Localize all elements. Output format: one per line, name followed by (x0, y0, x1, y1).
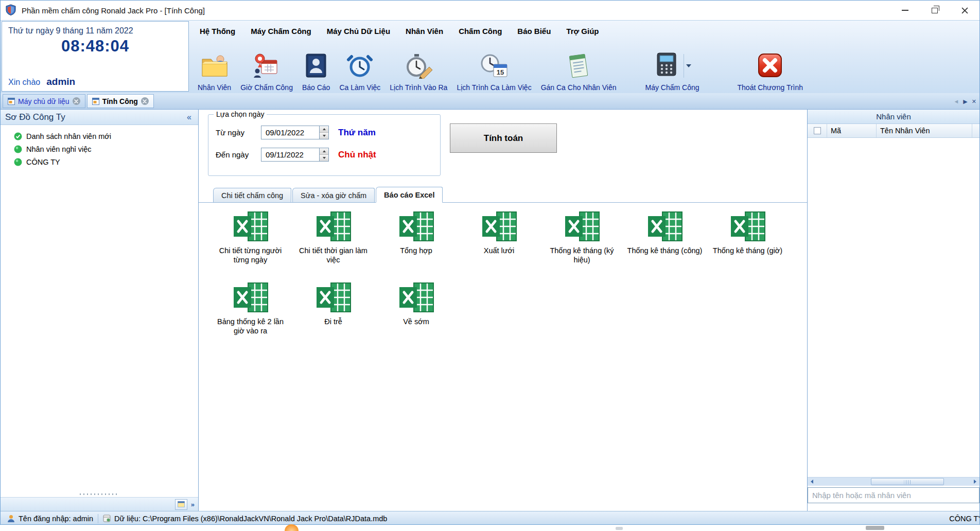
excel-report-item[interactable]: Về sớm (375, 282, 458, 335)
excel-report-item[interactable]: Chi tiết thời gian làm việc (292, 211, 375, 264)
horizontal-scrollbar[interactable] (808, 477, 979, 486)
panel-view-button[interactable] (175, 499, 187, 510)
select-all-column[interactable] (808, 124, 827, 137)
toolbar-item-lich-trinh-vao-ra[interactable]: Lịch Trình Vào Ra (385, 49, 452, 94)
collapse-sidebar-icon[interactable]: « (185, 113, 194, 122)
green-dot-icon (14, 145, 22, 153)
group-title: Lựa chọn ngày (214, 110, 267, 118)
toolbar-label: Báo Cáo (302, 83, 330, 92)
scroll-left-button[interactable] (808, 477, 816, 486)
current-date: Thứ tư ngày 9 tháng 11 năm 2022 (8, 26, 182, 36)
panel-bottom-padding (808, 503, 979, 511)
tree-item-cong-ty[interactable]: CÔNG TY (14, 155, 198, 168)
menu-bao-bieu[interactable]: Báo Biểu (510, 27, 558, 36)
to-date-input[interactable]: 09/11/2022 (261, 148, 329, 162)
menu-may-chu-du-lieu[interactable]: Máy Chủ Dữ Liệu (319, 27, 398, 36)
scrollbar-thumb[interactable] (871, 478, 944, 485)
excel-icon (730, 211, 766, 242)
tab-scroll-right-icon[interactable]: ▶ (963, 98, 967, 105)
column-header-name[interactable]: Tên Nhân Viên (877, 124, 972, 137)
employee-search-input[interactable] (808, 487, 979, 503)
scroll-right-button[interactable] (971, 477, 979, 486)
menu-may-cham-cong[interactable]: Máy Chấm Công (243, 27, 319, 36)
report-icon (304, 50, 328, 82)
menu-nhan-vien[interactable]: Nhân Viên (398, 27, 451, 36)
from-date-label: Từ ngày (216, 128, 261, 137)
restore-button[interactable] (920, 1, 950, 20)
doc-tab-may-chu-du-lieu[interactable]: Máy chủ dữ liệu (3, 94, 85, 108)
tab-scroll-left-icon[interactable]: ◄ (953, 98, 959, 104)
toolbar-item-gio-cham-cong[interactable]: Giờ Chấm Công (236, 49, 297, 94)
excel-report-item[interactable]: Xuất lưới (458, 211, 540, 264)
menu-he-thong[interactable]: Hệ Thống (192, 27, 243, 36)
window-controls (890, 1, 979, 20)
splitter-grip[interactable] (80, 493, 119, 495)
excel-report-item[interactable]: Bảng thống kê 2 lần giờ vào ra (209, 282, 292, 335)
spinner-down-button[interactable] (320, 133, 328, 139)
tab-close-icon[interactable] (73, 97, 80, 105)
toolbar-item-gan-ca-cho-nhan-vien[interactable]: Gán Ca Cho Nhân Viên (536, 49, 621, 94)
excel-report-item[interactable]: Thống kê tháng (ký hiệu) (540, 211, 623, 264)
toolbar-item-ca-lam-viec[interactable]: Ca Làm Việc (335, 49, 385, 94)
inout-schedule-icon (404, 50, 433, 82)
spinner-up-button[interactable] (320, 148, 328, 155)
toolbar-label: Ca Làm Việc (339, 83, 380, 92)
tab-chi-tiet-cham-cong[interactable]: Chi tiết chấm công (213, 188, 291, 202)
toolbar: Nhân Viên (193, 40, 808, 94)
toolbar-label: Lịch Trình Vào Ra (390, 83, 447, 92)
desktop-strip (0, 525, 980, 531)
employee-table-body[interactable] (808, 138, 979, 477)
current-time: 08:48:04 (2, 37, 188, 56)
excel-report-label: Thống kê tháng (công) (627, 246, 703, 255)
tree-item-danh-sach-nhan-vien-moi[interactable]: Danh sách nhân viên mới (14, 130, 198, 143)
close-icon (961, 7, 968, 14)
chevron-down-icon[interactable] (686, 64, 691, 67)
doc-tab-nav: ◄ ▶ ✕ (953, 93, 976, 110)
background-fragment (866, 526, 884, 530)
excel-report-item[interactable]: Tổng hợp (375, 211, 458, 264)
excel-report-label: Chi tiết từng người từng ngày (212, 246, 289, 264)
toolbar-item-thoat-chuong-trinh[interactable]: Thoát Chương Trình (733, 49, 808, 94)
calculate-button[interactable]: Tính toán (450, 123, 557, 153)
column-header-code[interactable]: Mã (827, 124, 877, 137)
minimize-button[interactable] (890, 1, 920, 20)
doc-tab-label: Máy chủ dữ liệu (18, 97, 69, 105)
app-window: Phần mềm chấm công Ronald Jack Pro - [Tí… (0, 0, 980, 525)
content-area: Lựa chọn ngày Từ ngày 09/01/2022 Thứ năm (199, 110, 808, 511)
tab-list-close-icon[interactable]: ✕ (972, 98, 976, 105)
tree-item-nhan-vien-nghi-viec[interactable]: Nhân viên nghỉ việc (14, 143, 198, 155)
tab-sua-xoa-gio-cham[interactable]: Sửa - xóa giờ chấm (292, 188, 375, 202)
scrollbar-track[interactable] (816, 477, 971, 486)
from-date-input[interactable]: 09/01/2022 (261, 126, 329, 139)
sidebar-bottom-bar: » (1, 497, 198, 511)
green-dot-icon (14, 158, 22, 166)
toolbar-item-bao-cao[interactable]: Báo Cáo (297, 49, 335, 94)
doc-tab-tinh-cong[interactable]: Tính Công (87, 94, 154, 108)
toolbar-label: Máy Chấm Công (645, 83, 699, 92)
exit-icon (756, 50, 784, 82)
excel-report-label: Bảng thống kê 2 lần giờ vào ra (212, 317, 289, 335)
menu-cham-cong[interactable]: Chấm Công (451, 27, 510, 36)
excel-report-item[interactable]: Thống kê tháng (giờ) (706, 211, 789, 264)
menu-tro-giup[interactable]: Trợ Giúp (558, 27, 606, 36)
excel-report-item[interactable]: Đi trễ (292, 282, 375, 335)
more-options-icon[interactable]: » (191, 501, 195, 508)
toolbar-item-lich-trinh-ca-lam-viec[interactable]: 15 Lịch Trình Ca Làm Việc (452, 49, 536, 94)
spinner-up-button[interactable] (320, 126, 328, 133)
status-company: CÔNG TY (949, 511, 979, 525)
main-region: Sơ Đồ Công Ty « Danh sách nhân viên mới (1, 110, 979, 511)
employee-folder-icon (201, 50, 229, 82)
spinner-down-button[interactable] (320, 155, 328, 161)
tab-close-icon[interactable] (141, 97, 149, 105)
org-tree: Danh sách nhân viên mới Nhân viên nghỉ v… (1, 125, 198, 168)
spinner-down-icon (323, 157, 326, 159)
tab-bao-cao-excel[interactable]: Báo cáo Excel (376, 187, 443, 203)
toolbar-item-nhan-vien[interactable]: Nhân Viên (193, 49, 236, 94)
toolbar-item-may-cham-cong[interactable]: Máy Chấm Công (640, 49, 704, 94)
panel-icon (178, 501, 185, 507)
select-all-checkbox[interactable] (814, 127, 821, 134)
close-button[interactable] (950, 1, 979, 20)
excel-report-item[interactable]: Chi tiết từng người từng ngày (209, 211, 292, 264)
excel-report-item[interactable]: Thống kê tháng (công) (623, 211, 706, 264)
form-window-icon (92, 98, 99, 105)
